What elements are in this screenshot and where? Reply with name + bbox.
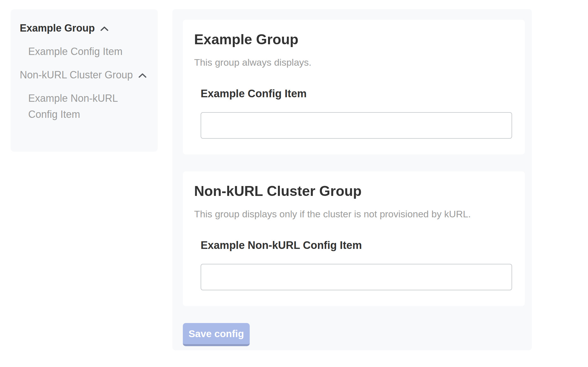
example-config-item-input[interactable] <box>201 112 512 139</box>
chevron-up-icon <box>100 26 108 31</box>
sidebar-group-example-group-label: Example Group <box>20 22 95 34</box>
sidebar-item-example-config-item[interactable]: Example Config Item <box>28 43 148 59</box>
config-item: Example Config Item <box>201 87 514 139</box>
config-item: Example Non-kURL Config Item <box>201 238 514 290</box>
sidebar-group-non-kurl-link[interactable]: Non-kURL Cluster Group <box>20 67 148 83</box>
sidebar-item-example-non-kurl-config-item[interactable]: Example Non-kURL Config Item <box>28 90 148 122</box>
sidebar-group-non-kurl: Non-kURL Cluster Group <box>20 67 148 83</box>
group-description: This group always displays. <box>194 56 514 69</box>
sidebar-group-non-kurl-label: Non-kURL Cluster Group <box>20 69 133 81</box>
group-description: This group displays only if the cluster … <box>194 207 514 220</box>
sidebar-group-example: Example Group <box>20 20 148 36</box>
group-title: Non-kURL Cluster Group <box>194 183 514 200</box>
chevron-up-icon <box>139 73 146 78</box>
group-title: Example Group <box>194 31 514 48</box>
sidebar-item-example-config-item-row: Example Config Item <box>20 43 148 59</box>
config-group-card-example-group: Example Group This group always displays… <box>183 20 525 154</box>
config-sidebar: Example Group Example Config Item Non-kU… <box>11 9 158 152</box>
config-item-label: Example Non-kURL Config Item <box>201 238 514 252</box>
sidebar-group-example-group-link[interactable]: Example Group <box>20 20 148 36</box>
save-config-button[interactable]: Save config <box>183 323 250 346</box>
sidebar-item-non-kurl-config-item-row: Example Non-kURL Config Item <box>20 90 148 122</box>
config-item-label: Example Config Item <box>201 87 514 100</box>
example-non-kurl-config-item-input[interactable] <box>201 264 512 290</box>
config-panel: Example Group This group always displays… <box>172 9 532 350</box>
config-group-card-non-kurl-cluster-group: Non-kURL Cluster Group This group displa… <box>183 171 525 306</box>
